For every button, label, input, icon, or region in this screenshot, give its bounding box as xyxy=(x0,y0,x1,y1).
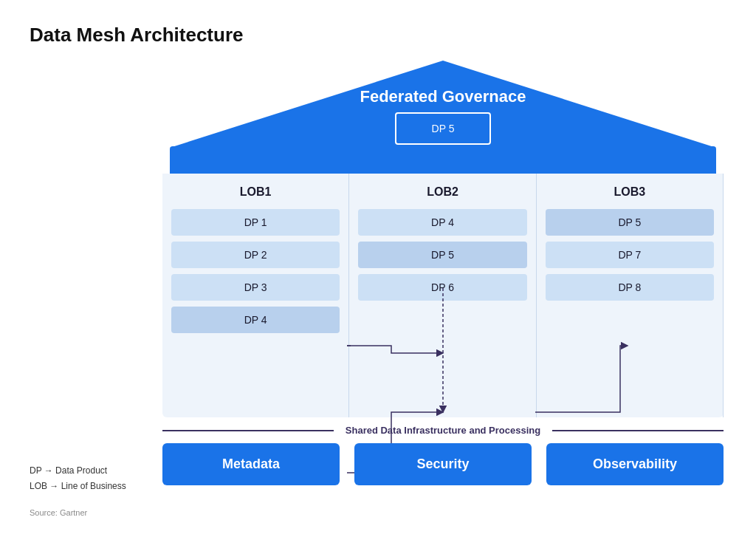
annotations: DP → Data Product LOB → Line of Business xyxy=(30,463,126,495)
security-button[interactable]: Security xyxy=(354,443,532,485)
lob1-column: LOB1 DP 1 DP 2 DP 3 DP 4 xyxy=(162,174,349,417)
diagram-container: Federated Governace DP 5 LOB1 DP 1 DP 2 … xyxy=(162,59,724,473)
observability-button[interactable]: Observability xyxy=(546,443,724,485)
bar-line-left xyxy=(162,430,334,431)
lob3-dp5: DP 5 xyxy=(546,209,714,236)
lob2-column: LOB2 DP 4 DP 5 DP 6 xyxy=(349,174,536,417)
shared-infrastructure-bar: Shared Data Infrastructure and Processin… xyxy=(162,425,724,436)
lob1-dp3: DP 3 xyxy=(171,274,340,301)
lob2-dp4: DP 4 xyxy=(358,209,526,236)
lob2-header: LOB2 xyxy=(358,185,526,199)
lob1-dp1: DP 1 xyxy=(171,209,340,236)
annotation-lob: LOB → Line of Business xyxy=(30,479,126,495)
page-title: Data Mesh Architecture xyxy=(30,24,243,47)
source-text: Source: Gartner xyxy=(30,508,87,517)
lob3-dp8: DP 8 xyxy=(546,274,714,301)
lob3-header: LOB3 xyxy=(546,185,714,199)
lob1-header: LOB1 xyxy=(171,185,340,199)
lob2-dp5: DP 5 xyxy=(358,242,526,268)
metadata-button[interactable]: Metadata xyxy=(162,443,340,485)
governance-dp5-box: DP 5 xyxy=(395,112,491,145)
governance-label: Federated Governace xyxy=(162,87,724,106)
lob3-column: LOB3 DP 5 DP 7 DP 8 xyxy=(537,174,724,417)
annotation-dp: DP → Data Product xyxy=(30,463,126,479)
bottom-buttons: Metadata Security Observability xyxy=(162,443,724,485)
lob3-dp7: DP 7 xyxy=(546,242,714,268)
lob1-dp4: DP 4 xyxy=(171,307,340,333)
lob2-dp6: DP 6 xyxy=(358,274,526,301)
bar-line-right xyxy=(552,430,724,431)
shared-bar-text: Shared Data Infrastructure and Processin… xyxy=(334,425,552,436)
lob-area: LOB1 DP 1 DP 2 DP 3 DP 4 LOB2 DP 4 DP 5 … xyxy=(162,174,724,417)
lob1-dp2: DP 2 xyxy=(171,242,340,268)
